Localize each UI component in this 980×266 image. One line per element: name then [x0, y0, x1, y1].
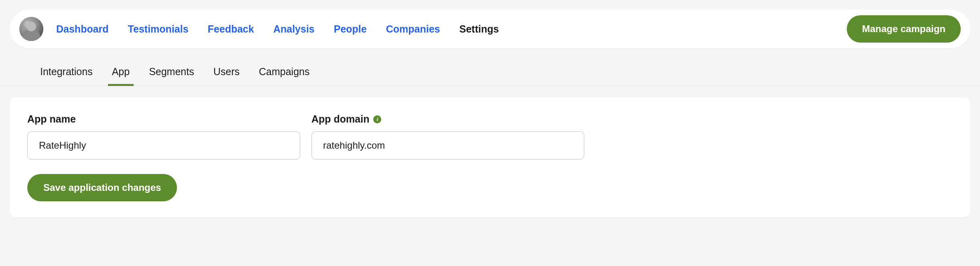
header-left: Dashboard Testimonials Feedback Analysis… [19, 17, 499, 41]
main-nav: Dashboard Testimonials Feedback Analysis… [56, 23, 499, 35]
avatar[interactable] [19, 17, 43, 41]
nav-feedback[interactable]: Feedback [208, 23, 254, 35]
app-domain-label: App domain i [311, 113, 584, 125]
nav-people[interactable]: People [334, 23, 367, 35]
settings-panel: App name App domain i Save application c… [10, 97, 970, 217]
form-row: App name App domain i [27, 113, 953, 160]
tab-segments[interactable]: Segments [149, 58, 194, 86]
info-icon[interactable]: i [373, 115, 381, 123]
nav-settings[interactable]: Settings [460, 23, 499, 35]
tabs-container: Integrations App Segments Users Campaign… [0, 58, 980, 86]
settings-tabs: Integrations App Segments Users Campaign… [40, 58, 940, 86]
app-domain-group: App domain i [311, 113, 584, 160]
app-domain-label-text: App domain [311, 113, 369, 125]
header-bar: Dashboard Testimonials Feedback Analysis… [10, 10, 970, 48]
nav-dashboard[interactable]: Dashboard [56, 23, 109, 35]
app-name-group: App name [27, 113, 300, 160]
manage-campaign-button[interactable]: Manage campaign [847, 15, 961, 43]
save-application-button[interactable]: Save application changes [27, 174, 177, 201]
nav-companies[interactable]: Companies [386, 23, 440, 35]
app-domain-input[interactable] [311, 131, 584, 160]
tab-users[interactable]: Users [213, 58, 240, 86]
tab-campaigns[interactable]: Campaigns [259, 58, 309, 86]
tab-app[interactable]: App [112, 58, 130, 86]
tab-integrations[interactable]: Integrations [40, 58, 93, 86]
nav-analysis[interactable]: Analysis [273, 23, 315, 35]
app-name-label: App name [27, 113, 300, 125]
nav-testimonials[interactable]: Testimonials [128, 23, 189, 35]
app-name-input[interactable] [27, 131, 300, 160]
